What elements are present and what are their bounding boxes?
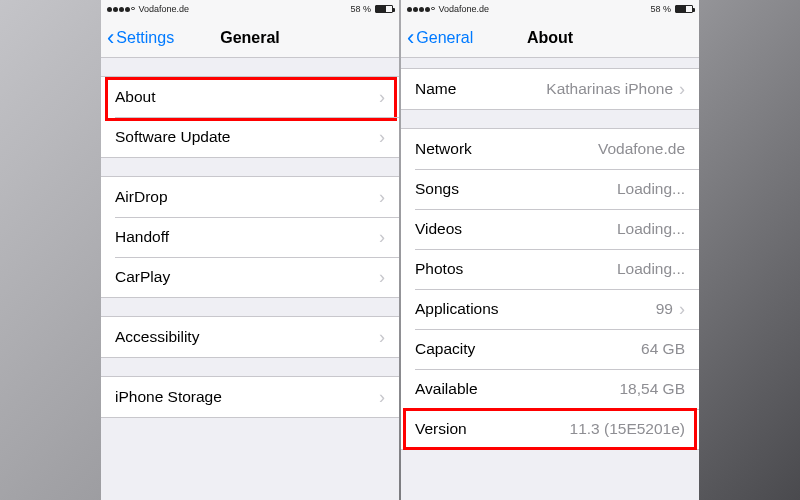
settings-row[interactable]: CarPlay› [101, 257, 399, 297]
back-button[interactable]: ‹ General [407, 18, 473, 57]
signal-dots-icon [407, 7, 435, 12]
chevron-right-icon: › [379, 87, 385, 108]
chevron-left-icon: ‹ [407, 27, 414, 49]
settings-row: PhotosLoading... [401, 249, 699, 289]
nav-bar: ‹ General About [401, 18, 699, 58]
chevron-right-icon: › [679, 299, 685, 320]
page-title: About [527, 29, 573, 47]
settings-row: Available18,54 GB [401, 369, 699, 409]
chevron-right-icon: › [379, 187, 385, 208]
battery-icon [375, 5, 393, 13]
row-value: 18,54 GB [620, 380, 686, 398]
settings-row[interactable]: iPhone Storage› [101, 377, 399, 417]
row-value: 99 [656, 300, 673, 318]
carrier-label: Vodafone.de [439, 4, 490, 14]
battery-icon [675, 5, 693, 13]
settings-row: NetworkVodafone.de [401, 129, 699, 169]
settings-row[interactable]: Handoff› [101, 217, 399, 257]
chevron-right-icon: › [379, 267, 385, 288]
status-bar: Vodafone.de 58 % [401, 0, 699, 18]
settings-row[interactable]: Applications99› [401, 289, 699, 329]
settings-row-name[interactable]: NameKatharinas iPhone› [401, 69, 699, 109]
back-button[interactable]: ‹ Settings [107, 18, 174, 57]
chevron-left-icon: ‹ [107, 27, 114, 49]
signal-dots-icon [107, 7, 135, 12]
row-value: Loading... [617, 220, 685, 238]
row-value: Vodafone.de [598, 140, 685, 158]
row-value: Loading... [617, 180, 685, 198]
row-label: Videos [415, 220, 462, 238]
row-value: 11.3 (15E5201e) [570, 420, 685, 438]
chevron-right-icon: › [379, 387, 385, 408]
row-label: Name [415, 80, 456, 98]
row-label: Photos [415, 260, 463, 278]
row-value: Loading... [617, 260, 685, 278]
settings-row: Version11.3 (15E5201e) [401, 409, 699, 449]
settings-row[interactable]: Software Update› [101, 117, 399, 157]
chevron-right-icon: › [679, 79, 685, 100]
row-label: iPhone Storage [115, 388, 222, 406]
carrier-label: Vodafone.de [139, 4, 190, 14]
row-label: Network [415, 140, 472, 158]
chevron-right-icon: › [379, 127, 385, 148]
settings-row[interactable]: About› [101, 77, 399, 117]
page-title: General [220, 29, 280, 47]
back-label: General [416, 29, 473, 47]
settings-row[interactable]: AirDrop› [101, 177, 399, 217]
chevron-right-icon: › [379, 227, 385, 248]
row-label: Software Update [115, 128, 230, 146]
row-label: Accessibility [115, 328, 199, 346]
row-label: About [115, 88, 156, 106]
row-label: Capacity [415, 340, 475, 358]
row-value: 64 GB [641, 340, 685, 358]
screenshot-general: Vodafone.de 58 % ‹ Settings General Abou… [101, 0, 399, 500]
settings-row: SongsLoading... [401, 169, 699, 209]
nav-bar: ‹ Settings General [101, 18, 399, 58]
row-label: Handoff [115, 228, 169, 246]
battery-pct: 58 % [350, 4, 371, 14]
chevron-right-icon: › [379, 327, 385, 348]
row-label: AirDrop [115, 188, 168, 206]
row-label: Available [415, 380, 478, 398]
battery-pct: 58 % [650, 4, 671, 14]
row-label: CarPlay [115, 268, 170, 286]
row-label: Applications [415, 300, 499, 318]
screenshot-about: Vodafone.de 58 % ‹ General About NameKat… [401, 0, 699, 500]
settings-row: Capacity64 GB [401, 329, 699, 369]
settings-row: VideosLoading... [401, 209, 699, 249]
row-label: Version [415, 420, 467, 438]
status-bar: Vodafone.de 58 % [101, 0, 399, 18]
back-label: Settings [116, 29, 174, 47]
settings-row[interactable]: Accessibility› [101, 317, 399, 357]
row-value: Katharinas iPhone [546, 80, 673, 98]
row-label: Songs [415, 180, 459, 198]
